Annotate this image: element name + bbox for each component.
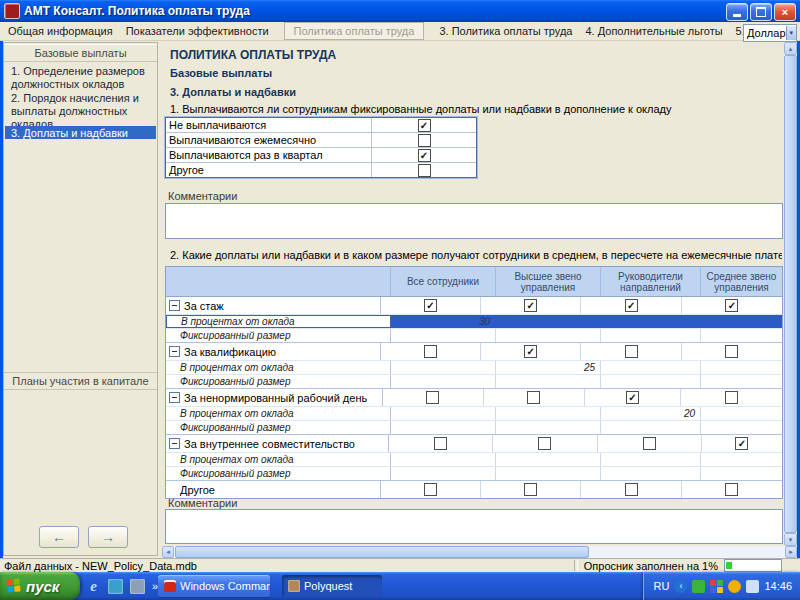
checkbox[interactable]	[524, 483, 537, 496]
menu-item-general-info[interactable]: Общая информация	[8, 25, 113, 37]
sidebar-section-base-payments[interactable]: Базовые выплаты	[4, 44, 157, 62]
q2-value-cell[interactable]: 20	[601, 407, 701, 420]
q2-group-row[interactable]: За стаж	[166, 297, 782, 314]
q2-subrow-label-editcell[interactable]: В процентах от оклада	[166, 315, 391, 328]
q2-value-cell[interactable]	[701, 453, 782, 466]
checkbox[interactable]	[418, 119, 431, 132]
q2-value-cell[interactable]	[701, 361, 782, 374]
q2-value-cell[interactable]	[601, 467, 701, 480]
scroll-left-button[interactable]: ◄	[162, 546, 174, 558]
collapse-minus-icon[interactable]	[169, 438, 180, 449]
checkbox[interactable]	[524, 345, 537, 358]
taskbar-button-windows-commander[interactable]: Windows Commander...	[158, 575, 270, 597]
q2-value-cell[interactable]	[701, 467, 782, 480]
q2-value-cell[interactable]	[391, 467, 496, 480]
q2-value-cell[interactable]	[701, 315, 782, 328]
checkbox[interactable]	[625, 483, 638, 496]
checkbox[interactable]	[418, 149, 431, 162]
chevron-down-icon[interactable]: ▼	[786, 26, 796, 40]
q2-value-cell[interactable]	[701, 329, 782, 342]
checkbox[interactable]	[538, 437, 551, 450]
q2-value-cell[interactable]	[496, 407, 601, 420]
menu-item-4-benefits[interactable]: 4. Дополнительные льготы	[585, 25, 722, 37]
q2-value-cell[interactable]	[391, 407, 496, 420]
q2-fixed-row[interactable]: Фиксированный размер	[166, 374, 782, 388]
tray-colors-icon[interactable]	[710, 580, 723, 593]
checkbox[interactable]	[725, 391, 738, 404]
q2-value-cell[interactable]	[601, 329, 701, 342]
menu-item-kpi[interactable]: Показатели эффективности	[126, 25, 269, 37]
forward-button[interactable]: →	[88, 526, 128, 548]
sidebar-section-capital-plans[interactable]: Планы участия в капитале	[4, 372, 157, 390]
comments-1-input[interactable]	[165, 203, 783, 239]
tray-back-icon[interactable]: ‹	[674, 580, 687, 593]
q1-table-row[interactable]: Другое	[166, 162, 476, 177]
close-button[interactable]: ×	[774, 3, 796, 21]
checkbox[interactable]	[418, 134, 431, 147]
checkbox[interactable]	[625, 299, 638, 312]
q2-percent-row[interactable]: В процентах от оклада	[166, 452, 782, 466]
tray-yellow-icon[interactable]	[728, 580, 741, 593]
sidebar-item-salary-sizes[interactable]: 1. Определение размеров должностных окла…	[5, 64, 156, 92]
q2-value-cell[interactable]	[391, 453, 496, 466]
q2-value-cell[interactable]	[601, 375, 701, 388]
checkbox[interactable]	[424, 299, 437, 312]
q2-value-cell[interactable]	[701, 375, 782, 388]
checkbox[interactable]	[527, 391, 540, 404]
checkbox[interactable]	[625, 345, 638, 358]
q1-table-row[interactable]: Не выплачиваются	[166, 118, 476, 132]
q2-value-cell[interactable]	[496, 375, 601, 388]
q2-percent-row[interactable]: В процентах от оклада20	[166, 406, 782, 420]
q2-subrow-label-cell[interactable]: Фиксированный размер	[166, 375, 391, 388]
sidebar-item-salary-procedure[interactable]: 2. Порядок начисления и выплаты должност…	[5, 91, 156, 119]
horizontal-scroll-thumb[interactable]	[175, 546, 589, 558]
checkbox[interactable]	[426, 391, 439, 404]
q2-value-cell[interactable]	[496, 315, 601, 328]
q2-subrow-label-cell[interactable]: Фиксированный размер	[166, 421, 391, 434]
language-indicator[interactable]: RU	[654, 580, 670, 592]
q1-table-row[interactable]: Выплачиваются раз в квартал	[166, 147, 476, 162]
collapse-minus-icon[interactable]	[169, 300, 180, 311]
taskbar-button-polyquest[interactable]: Polyquest	[282, 575, 382, 597]
scroll-up-button[interactable]: ▲	[784, 42, 797, 55]
restore-button[interactable]	[750, 3, 772, 21]
q1-table-row[interactable]: Выплачиваются ежемесячно	[166, 132, 476, 147]
q2-percent-row[interactable]: В процентах от оклада30	[166, 314, 782, 328]
checkbox[interactable]	[524, 299, 537, 312]
checkbox[interactable]	[725, 345, 738, 358]
checkbox[interactable]	[418, 164, 431, 177]
q2-value-cell[interactable]	[701, 407, 782, 420]
vertical-scroll-thumb[interactable]	[784, 55, 797, 533]
q2-fixed-row[interactable]: Фиксированный размер	[166, 466, 782, 480]
tray-green-icon[interactable]	[692, 580, 705, 593]
checkbox[interactable]	[735, 437, 748, 450]
q2-percent-row[interactable]: В процентах от оклада25	[166, 360, 782, 374]
q2-value-cell[interactable]	[496, 421, 601, 434]
q2-subrow-label-cell[interactable]: Фиксированный размер	[166, 329, 391, 342]
q2-value-cell[interactable]	[601, 421, 701, 434]
quicklaunch-icon-3[interactable]	[130, 579, 145, 594]
back-button[interactable]: ←	[39, 526, 79, 548]
q2-other-row[interactable]: Другое	[166, 480, 782, 498]
q2-value-cell[interactable]	[496, 329, 601, 342]
quicklaunch-icon-2[interactable]	[108, 579, 123, 594]
q2-value-cell[interactable]: 25	[496, 361, 601, 374]
q2-subrow-label-cell[interactable]: В процентах от оклада	[166, 361, 391, 374]
q2-subrow-label-cell[interactable]: Фиксированный размер	[166, 467, 391, 480]
horizontal-scrollbar[interactable]: ◄ ►	[162, 546, 797, 558]
q2-fixed-row[interactable]: Фиксированный размер	[166, 420, 782, 434]
checkbox[interactable]	[643, 437, 656, 450]
q2-value-cell[interactable]	[391, 361, 496, 374]
q2-value-cell[interactable]	[601, 453, 701, 466]
q2-group-row[interactable]: За квалификацию	[166, 342, 782, 360]
start-button[interactable]: пуск	[0, 572, 80, 600]
checkbox[interactable]	[424, 345, 437, 358]
checkbox[interactable]	[725, 483, 738, 496]
checkbox[interactable]	[434, 437, 447, 450]
q2-value-cell[interactable]	[701, 421, 782, 434]
q2-group-row[interactable]: За внутреннее совместительство	[166, 434, 782, 452]
collapse-minus-icon[interactable]	[169, 392, 180, 403]
q2-value-cell[interactable]	[496, 467, 601, 480]
q2-group-row[interactable]: За ненормированный рабочий день	[166, 388, 782, 406]
sidebar-item-allowances[interactable]: 3. Доплаты и надбавки	[5, 126, 156, 139]
